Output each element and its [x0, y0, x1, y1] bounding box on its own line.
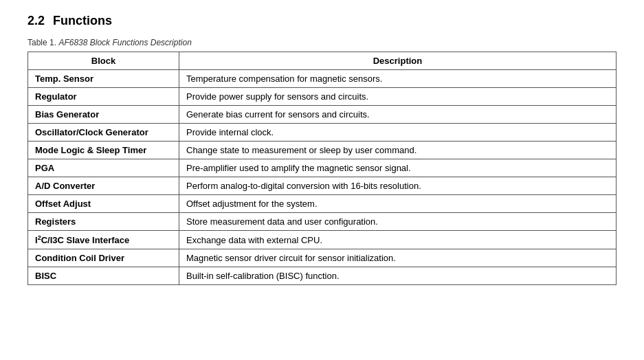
table-row: RegulatorProvide power supply for sensor… — [28, 88, 617, 106]
table-cell-block: Mode Logic & Sleep Timer — [28, 142, 179, 159]
table-row: Bias GeneratorGenerate bias current for … — [28, 106, 617, 124]
table-row: RegistersStore measurement data and user… — [28, 213, 617, 231]
table-row: Offset AdjustOffset adjustment for the s… — [28, 195, 617, 213]
table-cell-block: Oscillator/Clock Generator — [28, 124, 179, 142]
table-cell-block: A/D Converter — [28, 177, 179, 195]
table-cell-description: Built-in self-calibration (BISC) functio… — [179, 267, 617, 285]
table-cell-block: Offset Adjust — [28, 195, 179, 213]
table-row: Oscillator/Clock GeneratorProvide intern… — [28, 124, 617, 142]
table-cell-description: Change state to measurement or sleep by … — [179, 142, 617, 159]
table-cell-description: Pre-amplifier used to amplify the magnet… — [179, 159, 617, 177]
table-row: Condition Coil DriverMagnetic sensor dri… — [28, 249, 617, 267]
table-cell-description: Temperature compensation for magnetic se… — [179, 70, 617, 88]
table-caption-text: AF6838 Block Functions Description — [58, 38, 191, 47]
table-cell-description: Magnetic sensor driver circuit for senso… — [179, 249, 617, 267]
table-cell-description: Offset adjustment for the system. — [179, 195, 617, 213]
table-row: PGAPre-amplifier used to amplify the mag… — [28, 159, 617, 177]
functions-table: Block Description Temp. SensorTemperatur… — [27, 52, 617, 285]
section-title: Functions — [53, 14, 112, 27]
col-header-description: Description — [179, 52, 617, 70]
table-row: A/D ConverterPerform analog-to-digital c… — [28, 177, 617, 195]
table-cell-description: Perform analog-to-digital conversion wit… — [179, 177, 617, 195]
table-cell-block: Temp. Sensor — [28, 70, 179, 88]
table-cell-block: BISC — [28, 267, 179, 285]
table-cell-block: I2C/I3C Slave Interface — [28, 231, 179, 249]
table-cell-description: Generate bias current for sensors and ci… — [179, 106, 617, 124]
table-cell-block: PGA — [28, 159, 179, 177]
table-cell-block: Condition Coil Driver — [28, 249, 179, 267]
table-header-row: Block Description — [28, 52, 617, 70]
table-cell-block: Regulator — [28, 88, 179, 106]
table-cell-description: Provide power supply for sensors and cir… — [179, 88, 617, 106]
table-caption: Table 1. AF6838 Block Functions Descript… — [27, 38, 617, 47]
col-header-block: Block — [28, 52, 179, 70]
table-cell-description: Exchange data with external CPU. — [179, 231, 617, 249]
table-row: Temp. SensorTemperature compensation for… — [28, 70, 617, 88]
section-heading: 2.2Functions — [27, 14, 617, 28]
section-number: 2.2 — [27, 14, 45, 27]
table-row: Mode Logic & Sleep TimerChange state to … — [28, 142, 617, 159]
table-cell-description: Store measurement data and user configur… — [179, 213, 617, 231]
table-cell-block: Bias Generator — [28, 106, 179, 124]
table-cell-description: Provide internal clock. — [179, 124, 617, 142]
table-caption-prefix: Table 1. — [27, 38, 56, 47]
table-row: I2C/I3C Slave InterfaceExchange data wit… — [28, 231, 617, 249]
table-cell-block: Registers — [28, 213, 179, 231]
table-row: BISCBuilt-in self-calibration (BISC) fun… — [28, 267, 617, 285]
